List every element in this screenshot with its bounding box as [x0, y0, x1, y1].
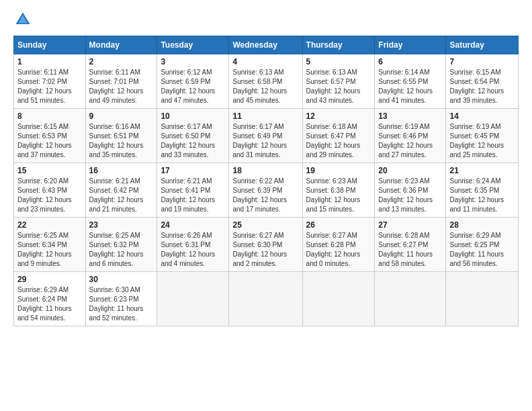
day-info: Sunrise: 6:23 AMSunset: 6:38 PMDaylight:…: [306, 177, 371, 214]
day-number: 20: [378, 166, 442, 175]
day-info: Sunrise: 6:19 AMSunset: 6:45 PMDaylight:…: [449, 122, 515, 160]
day-info: Sunrise: 6:17 AMSunset: 6:49 PMDaylight:…: [232, 122, 298, 160]
day-number: 1: [17, 57, 82, 66]
day-number: 28: [449, 220, 515, 230]
calendar-cell: [302, 272, 375, 326]
col-header-thursday: Thursday: [302, 36, 375, 54]
col-header-tuesday: Tuesday: [157, 36, 229, 54]
day-number: 11: [232, 111, 298, 121]
day-number: 10: [161, 111, 225, 121]
day-info: Sunrise: 6:14 AMSunset: 6:55 PMDaylight:…: [378, 68, 442, 105]
day-number: 25: [232, 220, 298, 230]
col-header-wednesday: Wednesday: [229, 36, 302, 54]
calendar-cell: 14Sunrise: 6:19 AMSunset: 6:45 PMDayligh…: [446, 109, 519, 163]
calendar-cell: 28Sunrise: 6:29 AMSunset: 6:25 PMDayligh…: [446, 218, 519, 272]
calendar-cell: 22Sunrise: 6:25 AMSunset: 6:34 PMDayligh…: [14, 218, 86, 272]
day-number: 18: [232, 166, 298, 175]
calendar-week-2: 8Sunrise: 6:15 AMSunset: 6:53 PMDaylight…: [14, 109, 519, 163]
calendar-cell: 9Sunrise: 6:16 AMSunset: 6:51 PMDaylight…: [85, 109, 157, 163]
day-number: 22: [17, 220, 82, 230]
logo-icon: [13, 10, 32, 29]
calendar-cell: 12Sunrise: 6:18 AMSunset: 6:47 PMDayligh…: [302, 109, 375, 163]
calendar-cell: [375, 272, 446, 326]
col-header-saturday: Saturday: [446, 36, 519, 54]
day-info: Sunrise: 6:16 AMSunset: 6:51 PMDaylight:…: [89, 122, 154, 160]
day-number: 27: [378, 220, 442, 230]
calendar-cell: [229, 272, 302, 326]
calendar: SundayMondayTuesdayWednesdayThursdayFrid…: [13, 36, 519, 326]
day-info: Sunrise: 6:25 AMSunset: 6:32 PMDaylight:…: [89, 231, 154, 269]
calendar-week-5: 29Sunrise: 6:29 AMSunset: 6:24 PMDayligh…: [14, 272, 519, 326]
calendar-cell: 27Sunrise: 6:28 AMSunset: 6:27 PMDayligh…: [375, 218, 446, 272]
day-info: Sunrise: 6:26 AMSunset: 6:31 PMDaylight:…: [161, 231, 225, 269]
day-info: Sunrise: 6:25 AMSunset: 6:34 PMDaylight:…: [17, 231, 82, 269]
logo: [13, 10, 35, 29]
day-number: 14: [449, 111, 515, 121]
day-info: Sunrise: 6:24 AMSunset: 6:35 PMDaylight:…: [449, 177, 515, 214]
calendar-cell: 3Sunrise: 6:12 AMSunset: 6:59 PMDaylight…: [157, 54, 229, 109]
calendar-cell: 7Sunrise: 6:15 AMSunset: 6:54 PMDaylight…: [446, 54, 519, 109]
day-number: 13: [378, 111, 442, 121]
day-number: 16: [89, 166, 154, 175]
day-info: Sunrise: 6:17 AMSunset: 6:50 PMDaylight:…: [161, 122, 225, 160]
day-number: 2: [89, 57, 154, 66]
calendar-cell: 21Sunrise: 6:24 AMSunset: 6:35 PMDayligh…: [446, 163, 519, 218]
day-number: 9: [89, 111, 154, 121]
day-info: Sunrise: 6:28 AMSunset: 6:27 PMDaylight:…: [378, 231, 442, 269]
day-info: Sunrise: 6:21 AMSunset: 6:41 PMDaylight:…: [161, 177, 225, 214]
calendar-cell: 30Sunrise: 6:30 AMSunset: 6:23 PMDayligh…: [85, 272, 157, 326]
calendar-week-3: 15Sunrise: 6:20 AMSunset: 6:43 PMDayligh…: [14, 163, 519, 218]
day-info: Sunrise: 6:15 AMSunset: 6:54 PMDaylight:…: [449, 68, 515, 105]
day-number: 3: [161, 57, 225, 66]
day-info: Sunrise: 6:27 AMSunset: 6:28 PMDaylight:…: [306, 231, 371, 269]
day-info: Sunrise: 6:19 AMSunset: 6:46 PMDaylight:…: [378, 122, 442, 160]
day-number: 7: [449, 57, 515, 66]
day-info: Sunrise: 6:21 AMSunset: 6:42 PMDaylight:…: [89, 177, 154, 214]
calendar-cell: 18Sunrise: 6:22 AMSunset: 6:39 PMDayligh…: [229, 163, 302, 218]
calendar-cell: 15Sunrise: 6:20 AMSunset: 6:43 PMDayligh…: [14, 163, 86, 218]
day-number: 29: [17, 275, 82, 284]
day-number: 21: [449, 166, 515, 175]
day-info: Sunrise: 6:18 AMSunset: 6:47 PMDaylight:…: [306, 122, 371, 160]
calendar-cell: 8Sunrise: 6:15 AMSunset: 6:53 PMDaylight…: [14, 109, 86, 163]
calendar-cell: 1Sunrise: 6:11 AMSunset: 7:02 PMDaylight…: [14, 54, 86, 109]
day-info: Sunrise: 6:11 AMSunset: 7:02 PMDaylight:…: [17, 68, 82, 105]
calendar-cell: 17Sunrise: 6:21 AMSunset: 6:41 PMDayligh…: [157, 163, 229, 218]
col-header-sunday: Sunday: [14, 36, 86, 54]
day-info: Sunrise: 6:29 AMSunset: 6:24 PMDaylight:…: [17, 285, 82, 323]
day-number: 5: [306, 57, 371, 66]
col-header-monday: Monday: [85, 36, 157, 54]
day-info: Sunrise: 6:27 AMSunset: 6:30 PMDaylight:…: [232, 231, 298, 269]
calendar-cell: 10Sunrise: 6:17 AMSunset: 6:50 PMDayligh…: [157, 109, 229, 163]
day-info: Sunrise: 6:13 AMSunset: 6:58 PMDaylight:…: [232, 68, 298, 105]
day-info: Sunrise: 6:23 AMSunset: 6:36 PMDaylight:…: [378, 177, 442, 214]
calendar-week-4: 22Sunrise: 6:25 AMSunset: 6:34 PMDayligh…: [14, 218, 519, 272]
calendar-cell: 2Sunrise: 6:11 AMSunset: 7:01 PMDaylight…: [85, 54, 157, 109]
calendar-cell: 13Sunrise: 6:19 AMSunset: 6:46 PMDayligh…: [375, 109, 446, 163]
day-number: 6: [378, 57, 442, 66]
day-number: 12: [306, 111, 371, 121]
calendar-header-row: SundayMondayTuesdayWednesdayThursdayFrid…: [14, 36, 519, 54]
calendar-cell: 24Sunrise: 6:26 AMSunset: 6:31 PMDayligh…: [157, 218, 229, 272]
day-number: 8: [17, 111, 82, 121]
calendar-cell: 26Sunrise: 6:27 AMSunset: 6:28 PMDayligh…: [302, 218, 375, 272]
calendar-cell: 29Sunrise: 6:29 AMSunset: 6:24 PMDayligh…: [14, 272, 86, 326]
day-info: Sunrise: 6:22 AMSunset: 6:39 PMDaylight:…: [232, 177, 298, 214]
col-header-friday: Friday: [375, 36, 446, 54]
day-number: 24: [161, 220, 225, 230]
calendar-cell: 20Sunrise: 6:23 AMSunset: 6:36 PMDayligh…: [375, 163, 446, 218]
calendar-cell: [446, 272, 519, 326]
calendar-week-1: 1Sunrise: 6:11 AMSunset: 7:02 PMDaylight…: [14, 54, 519, 109]
day-info: Sunrise: 6:29 AMSunset: 6:25 PMDaylight:…: [449, 231, 515, 269]
day-info: Sunrise: 6:12 AMSunset: 6:59 PMDaylight:…: [161, 68, 225, 105]
day-number: 26: [306, 220, 371, 230]
day-info: Sunrise: 6:30 AMSunset: 6:23 PMDaylight:…: [89, 285, 154, 323]
calendar-cell: 25Sunrise: 6:27 AMSunset: 6:30 PMDayligh…: [229, 218, 302, 272]
header: [13, 10, 519, 29]
day-number: 4: [232, 57, 298, 66]
day-info: Sunrise: 6:20 AMSunset: 6:43 PMDaylight:…: [17, 177, 82, 214]
calendar-cell: 16Sunrise: 6:21 AMSunset: 6:42 PMDayligh…: [85, 163, 157, 218]
calendar-cell: 11Sunrise: 6:17 AMSunset: 6:49 PMDayligh…: [229, 109, 302, 163]
day-number: 17: [161, 166, 225, 175]
day-number: 19: [306, 166, 371, 175]
